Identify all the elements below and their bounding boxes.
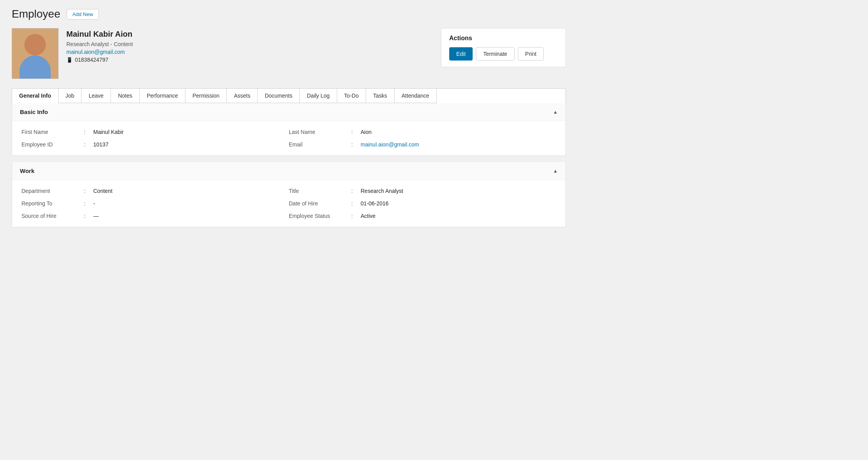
tab-item-performance[interactable]: Performance — [140, 89, 185, 103]
basic-info-section: Basic Info ▲ First Name : Mainul Kabir L… — [12, 103, 566, 156]
source-of-hire-row: Source of Hire : — — [21, 213, 289, 219]
phone-icon: 📱 — [66, 57, 73, 63]
tab-item-tasks[interactable]: Tasks — [366, 89, 395, 103]
source-of-hire-colon: : — [84, 213, 93, 219]
employee-status-value: Active — [361, 213, 375, 219]
tab-item-permission[interactable]: Permission — [185, 89, 227, 103]
tab-link-daily-log[interactable]: Daily Log — [300, 89, 336, 103]
work-section-body: Department : Content Title : Research An… — [12, 180, 566, 227]
basic-info-grid: First Name : Mainul Kabir Last Name : Ai… — [21, 129, 556, 148]
employee-phone-number: 01838424797 — [75, 57, 108, 63]
email-label: Email — [289, 141, 351, 148]
tab-link-notes[interactable]: Notes — [111, 89, 139, 103]
title-label: Title — [289, 188, 351, 194]
reporting-to-colon: : — [84, 200, 93, 207]
reporting-to-label: Reporting To — [21, 200, 84, 207]
tab-link-assets[interactable]: Assets — [227, 89, 257, 103]
title-row: Title : Research Analyst — [289, 188, 556, 194]
collapse-icon[interactable]: ▲ — [553, 109, 558, 115]
tab-link-to-do[interactable]: To-Do — [337, 89, 366, 103]
department-colon: : — [84, 188, 93, 194]
employee-email-link[interactable]: mainul.aion@gmail.com — [66, 49, 133, 55]
tab-link-permission[interactable]: Permission — [185, 89, 226, 103]
title-value: Research Analyst — [361, 188, 403, 194]
tab-item-daily-log[interactable]: Daily Log — [300, 89, 337, 103]
department-value: Content — [93, 188, 112, 194]
employee-id-value: 10137 — [93, 141, 108, 148]
basic-info-header: Basic Info ▲ — [12, 103, 566, 121]
avatar — [12, 28, 59, 79]
date-of-hire-row: Date of Hire : 01-06-2016 — [289, 200, 556, 207]
reporting-to-row: Reporting To : - — [21, 200, 289, 207]
tab-item-notes[interactable]: Notes — [111, 89, 140, 103]
tab-link-leave[interactable]: Leave — [82, 89, 110, 103]
work-info-grid: Department : Content Title : Research An… — [21, 188, 556, 219]
last-name-colon: : — [351, 129, 361, 135]
email-row: Email : mainul.aion@gmail.com — [289, 141, 556, 148]
employee-status-colon: : — [351, 213, 361, 219]
tabs-container: General InfoJobLeaveNotesPerformancePerm… — [12, 88, 566, 103]
employee-profile: Mainul Kabir Aion Research Analyst - Con… — [12, 28, 133, 79]
actions-panel: Actions Edit Terminate Print — [441, 28, 566, 67]
first-name-label: First Name — [21, 129, 84, 135]
employee-status-label: Employee Status — [289, 213, 351, 219]
tab-link-attendance[interactable]: Attendance — [395, 89, 436, 103]
employee-header: Mainul Kabir Aion Research Analyst - Con… — [12, 28, 566, 79]
tab-item-assets[interactable]: Assets — [227, 89, 258, 103]
first-name-row: First Name : Mainul Kabir — [21, 129, 289, 135]
source-of-hire-value: — — [93, 213, 99, 219]
work-section-title: Work — [20, 168, 34, 174]
employee-id-colon: : — [84, 141, 93, 148]
tab-item-documents[interactable]: Documents — [258, 89, 300, 103]
reporting-to-value: - — [93, 200, 95, 207]
tab-item-to-do[interactable]: To-Do — [337, 89, 366, 103]
email-link[interactable]: mainul.aion@gmail.com — [361, 141, 419, 148]
tab-link-general-info[interactable]: General Info — [12, 89, 58, 103]
date-of-hire-label: Date of Hire — [289, 200, 351, 207]
tab-link-performance[interactable]: Performance — [140, 89, 185, 103]
tab-item-job[interactable]: Job — [59, 89, 82, 103]
department-label: Department — [21, 188, 84, 194]
date-of-hire-colon: : — [351, 200, 361, 207]
department-row: Department : Content — [21, 188, 289, 194]
employee-job-title: Research Analyst - Content — [66, 41, 133, 47]
source-of-hire-label: Source of Hire — [21, 213, 84, 219]
print-button[interactable]: Print — [518, 47, 544, 61]
add-new-button[interactable]: Add New — [67, 9, 99, 20]
employee-info: Mainul Kabir Aion Research Analyst - Con… — [66, 28, 133, 63]
tabs-list: General InfoJobLeaveNotesPerformancePerm… — [12, 89, 566, 103]
title-colon: : — [351, 188, 361, 194]
last-name-label: Last Name — [289, 129, 351, 135]
last-name-row: Last Name : Aion — [289, 129, 556, 135]
date-of-hire-value: 01-06-2016 — [361, 200, 389, 207]
tab-item-attendance[interactable]: Attendance — [395, 89, 437, 103]
avatar-image — [12, 28, 58, 79]
tab-link-tasks[interactable]: Tasks — [366, 89, 394, 103]
first-name-value: Mainul Kabir — [93, 129, 124, 135]
email-colon: : — [351, 141, 361, 148]
last-name-value: Aion — [361, 129, 372, 135]
work-section-header: Work ▲ — [12, 162, 566, 180]
tab-link-job[interactable]: Job — [59, 89, 82, 103]
employee-status-row: Employee Status : Active — [289, 213, 556, 219]
employee-phone: 📱 01838424797 — [66, 57, 133, 63]
employee-id-row: Employee ID : 10137 — [21, 141, 289, 148]
page-title: Employee — [12, 8, 60, 20]
tab-item-general-info[interactable]: General Info — [12, 89, 59, 103]
edit-button[interactable]: Edit — [449, 47, 473, 61]
basic-info-body: First Name : Mainul Kabir Last Name : Ai… — [12, 121, 566, 155]
actions-buttons: Edit Terminate Print — [449, 47, 558, 61]
work-section: Work ▲ Department : Content Title : Rese… — [12, 162, 566, 227]
tab-link-documents[interactable]: Documents — [258, 89, 299, 103]
email-value: mainul.aion@gmail.com — [361, 141, 419, 148]
employee-id-label: Employee ID — [21, 141, 84, 148]
work-collapse-icon[interactable]: ▲ — [553, 168, 558, 174]
employee-name: Mainul Kabir Aion — [66, 30, 133, 39]
actions-title: Actions — [449, 35, 558, 42]
terminate-button[interactable]: Terminate — [476, 47, 514, 61]
tab-item-leave[interactable]: Leave — [82, 89, 111, 103]
first-name-colon: : — [84, 129, 93, 135]
page-header: Employee Add New — [12, 8, 566, 20]
basic-info-title: Basic Info — [20, 109, 48, 115]
